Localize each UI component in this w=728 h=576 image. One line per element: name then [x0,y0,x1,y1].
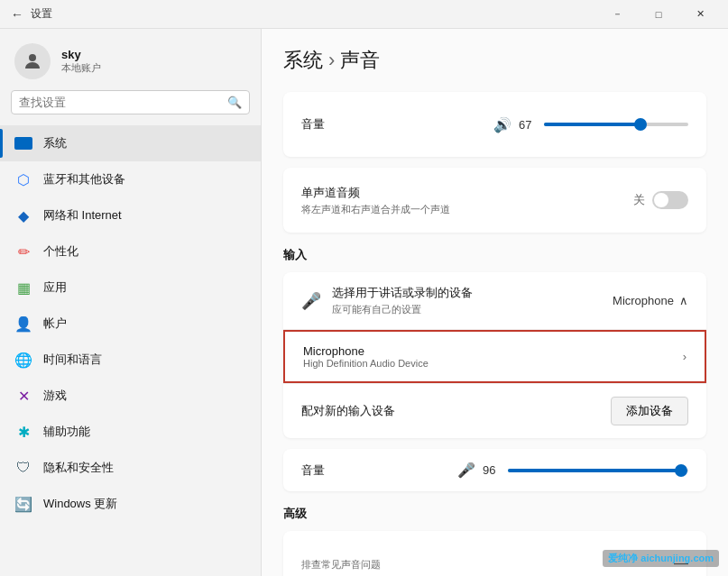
user-section: sky 本地账户 [0,29,261,90]
volume-slider-fill [544,123,640,126]
input-volume-card: 音量 🎤 96 [283,449,706,491]
volume-label: 音量 [301,116,325,133]
mono-state: 关 [633,192,645,208]
add-device-row: 配对新的输入设备 添加设备 [283,383,706,438]
maximize-button[interactable]: □ [638,0,679,29]
sidebar-item-label: Windows 更新 [43,496,117,512]
privacy-icon: 🛡 [14,459,32,477]
input-volume-label: 音量 [301,462,325,479]
sidebar-item-gaming[interactable]: ✕ 游戏 [0,378,261,414]
microphone-device-row[interactable]: Microphone High Definition Audio Device … [283,330,706,383]
title-bar-left: ← 设置 [11,6,52,22]
accounts-icon: 👤 [14,315,32,333]
sidebar-item-apps[interactable]: ▦ 应用 [0,270,261,306]
sidebar-item-time[interactable]: 🌐 时间和语言 [0,342,261,378]
personal-icon: ✏ [14,242,32,261]
sidebar-item-label: 个性化 [43,243,78,260]
title-bar-controls: － □ ✕ [596,0,721,29]
input-volume-right: 🎤 96 [457,462,688,479]
accessibility-icon: ✱ [14,423,32,441]
title-bar: ← 设置 － □ ✕ [0,0,728,29]
add-device-label: 配对新的输入设备 [301,403,395,419]
sidebar-item-label: 游戏 [43,388,67,404]
sidebar-item-privacy[interactable]: 🛡 隐私和安全性 [0,450,261,486]
mono-info: 单声道音频 将左声道和右声道合并成一个声道 [301,185,450,216]
user-info: sky 本地账户 [61,48,101,75]
volume-control: 🔊 67 [493,116,688,133]
mono-sublabel: 将左声道和右声道合并成一个声道 [301,203,450,216]
sidebar-item-personal[interactable]: ✏ 个性化 [0,233,261,270]
device-name: Microphone [303,344,429,358]
device-info: Microphone High Definition Audio Device [303,344,429,369]
sidebar-item-label: 系统 [43,135,67,151]
input-volume-thumb [675,464,687,477]
sidebar-item-bluetooth[interactable]: ⬡ 蓝牙和其他设备 [0,161,261,197]
avatar [14,43,51,79]
input-mic-icon: 🎤 [457,462,475,479]
device-sub: High Definition Audio Device [303,358,429,369]
sidebar-item-label: 隐私和安全性 [43,460,114,476]
update-icon: 🔄 [14,495,32,513]
mono-toggle-switch[interactable] [652,191,688,209]
gaming-icon: ✕ [14,387,32,405]
sidebar-item-accessibility[interactable]: ✱ 辅助功能 [0,414,261,450]
mono-audio-card: 单声道音频 将左声道和右声道合并成一个声道 关 [283,168,706,233]
sidebar-item-update[interactable]: 🔄 Windows 更新 [0,486,261,522]
input-select-row: 🎤 选择用于讲话或录制的设备 应可能有自己的设置 Microphone ∧ [283,272,706,330]
user-type: 本地账户 [61,61,101,75]
sidebar-item-label: 网络和 Internet [43,207,122,224]
page-header: 系统 › 声音 [283,47,706,74]
input-select-info: 选择用于讲话或录制的设备 应可能有自己的设置 [332,285,473,316]
main-content: 系统 › 声音 音量 🔊 67 [262,29,728,576]
apps-icon: ▦ [14,279,32,297]
search-input[interactable] [19,96,222,109]
sidebar-item-label: 帐户 [43,315,67,332]
input-select-right[interactable]: Microphone ∧ [613,294,688,307]
time-icon: 🌐 [14,351,32,369]
volume-value: 67 [519,118,537,132]
input-select-left: 🎤 选择用于讲话或录制的设备 应可能有自己的设置 [301,285,473,316]
input-card: 🎤 选择用于讲话或录制的设备 应可能有自己的设置 Microphone ∧ [283,272,706,438]
network-icon: ◆ [14,206,32,224]
add-device-button[interactable]: 添加设备 [611,397,688,425]
sidebar-item-label: 蓝牙和其他设备 [43,171,125,187]
breadcrumb-system: 系统 [283,47,323,74]
input-volume-fill [508,469,681,472]
volume-row: 音量 🔊 67 [301,106,688,142]
back-icon[interactable]: ← [11,7,23,22]
sidebar-item-accounts[interactable]: 👤 帐户 [0,306,261,342]
sidebar-item-label: 时间和语言 [43,352,102,368]
app-container: sky 本地账户 🔍 系统 ⬡ 蓝牙和其他设备 ◆ 网络和 Internet ✏… [0,29,728,576]
mono-row: 单声道音频 将左声道和右声道合并成一个声道 关 [301,182,688,218]
watermark: 爱纯净 aichunjing.com [603,550,719,567]
chevron-up-icon: ∧ [679,294,688,307]
input-volume-slider[interactable] [508,469,688,472]
system-icon [14,134,32,152]
volume-slider-track[interactable] [544,123,688,126]
speaker-icon: 🔊 [493,116,511,133]
advanced-sublabel: 排查常见声音问题 [301,558,381,571]
sidebar: sky 本地账户 🔍 系统 ⬡ 蓝牙和其他设备 ◆ 网络和 Internet ✏… [0,29,262,576]
input-section-title: 输入 [283,247,706,263]
breadcrumb-sound: 声音 [340,47,380,74]
input-volume-value: 96 [483,463,501,477]
bluetooth-icon: ⬡ [14,170,32,188]
sidebar-item-label: 应用 [43,279,67,296]
input-select-sublabel: 应可能有自己的设置 [332,303,473,316]
user-name: sky [61,48,101,61]
input-select-label: 选择用于讲话或录制的设备 [332,285,473,301]
microphone-select-icon: 🎤 [301,291,321,311]
close-button[interactable]: ✕ [679,0,721,29]
sidebar-item-network[interactable]: ◆ 网络和 Internet [0,197,261,233]
input-select-value: Microphone [613,294,674,307]
search-box: 🔍 [11,90,250,114]
mono-label: 单声道音频 [301,185,450,201]
svg-point-0 [29,54,36,61]
mono-toggle: 关 [633,191,688,209]
sidebar-item-system[interactable]: 系统 [0,125,261,161]
minimize-button[interactable]: － [596,0,638,29]
advanced-section-title: 高级 [283,506,706,522]
search-icon: 🔍 [227,96,242,109]
volume-card: 音量 🔊 67 [283,92,706,157]
breadcrumb-separator: › [328,49,335,72]
